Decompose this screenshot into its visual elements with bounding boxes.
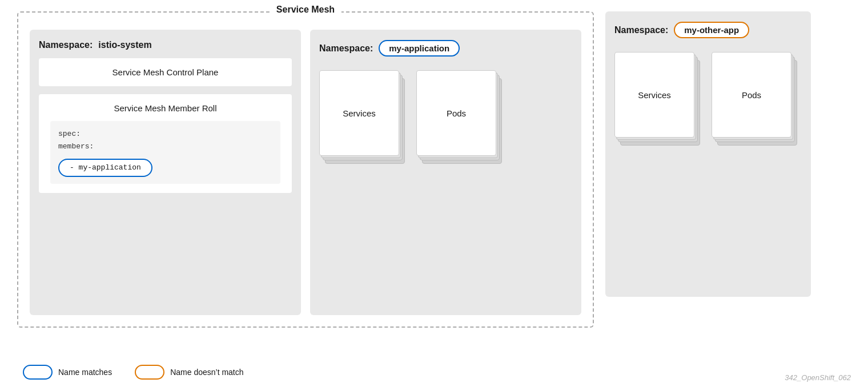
stacked-cards-my-app: Services Pods <box>319 65 572 305</box>
pods-other-card-front: Pods <box>712 52 791 138</box>
service-mesh-label: Service Mesh <box>270 5 341 15</box>
namespace-label-istio: Namespace: <box>39 40 93 50</box>
pods-card-group-my-app: Pods <box>416 70 502 162</box>
namespace-label-my-app: Namespace: <box>319 43 373 54</box>
legend-badge-orange <box>135 365 164 380</box>
member-badge: - my-application <box>58 159 152 177</box>
namespace-header-other-app: Namespace: my-other-app <box>614 22 802 38</box>
namespace-panel-my-other-app: Namespace: my-other-app Services <box>605 11 811 297</box>
pods-card-group-other-app: Pods <box>712 52 797 143</box>
member-roll-box: Service Mesh Member Roll spec: members: … <box>39 94 292 193</box>
services-label-other-app: Services <box>638 90 671 100</box>
legend-badge-blue <box>23 365 53 380</box>
service-mesh-wrapper: Service Mesh Namespace: istio-system Ser… <box>17 11 594 328</box>
namespace-badge-other-app: my-other-app <box>674 22 749 38</box>
services-other-card-front: Services <box>614 52 694 138</box>
services-card-group-other-app: Services <box>614 52 700 143</box>
spec-code-block: spec: members: - my-application <box>50 121 280 184</box>
spec-line2: members: <box>58 140 272 153</box>
legend-label-matches: Name matches <box>58 368 112 377</box>
services-card-front: Services <box>319 70 399 156</box>
pods-label-other-app: Pods <box>742 90 761 100</box>
pods-label-my-app: Pods <box>447 108 466 118</box>
namespace-label-other-app: Namespace: <box>614 25 668 35</box>
legend-label-no-match: Name doesn’t match <box>170 368 243 377</box>
control-plane-label: Service Mesh Control Plane <box>112 67 219 77</box>
namespace-badge-my-app: my-application <box>379 40 460 57</box>
control-plane-box: Service Mesh Control Plane <box>39 58 292 86</box>
stacked-cards-other-app: Services Pods <box>614 46 802 287</box>
services-label-my-app: Services <box>343 108 376 118</box>
member-roll-title: Service Mesh Member Roll <box>50 103 280 113</box>
legend-area: Name matches Name doesn’t match <box>17 354 851 380</box>
watermark: 342_OpenShift_062 <box>785 373 851 382</box>
diagram-area: Service Mesh Namespace: istio-system Ser… <box>17 11 851 354</box>
services-card-group-my-app: Services <box>319 70 405 162</box>
namespace-panel-istio-system: Namespace: istio-system Service Mesh Con… <box>30 30 301 315</box>
namespace-panel-my-application: Namespace: my-application Services <box>310 30 581 315</box>
legend-item-no-match: Name doesn’t match <box>135 365 243 380</box>
namespace-header-istio: Namespace: istio-system <box>39 40 292 50</box>
legend-item-matches: Name matches <box>23 365 112 380</box>
namespace-header-my-app: Namespace: my-application <box>319 40 572 57</box>
pods-card-front: Pods <box>416 70 496 156</box>
namespace-name-istio: istio-system <box>98 40 151 50</box>
spec-line1: spec: <box>58 128 272 140</box>
main-container: Service Mesh Namespace: istio-system Ser… <box>0 0 868 391</box>
